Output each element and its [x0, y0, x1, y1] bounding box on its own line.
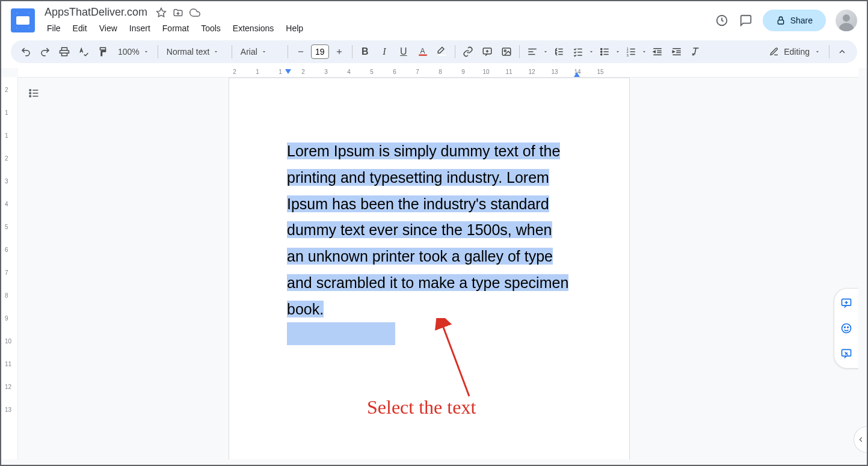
ruler-v-label: 7 — [5, 269, 8, 276]
ruler-v-label: 13 — [5, 406, 11, 413]
underline-button[interactable]: U — [395, 43, 413, 61]
ruler-v-label: 10 — [5, 338, 11, 345]
align-button[interactable] — [523, 43, 541, 61]
svg-point-3 — [843, 14, 850, 22]
insert-link-button[interactable] — [459, 43, 477, 61]
insert-image-button[interactable] — [497, 43, 516, 61]
paint-format-button[interactable] — [94, 43, 112, 61]
ruler-h-label: 15 — [597, 69, 603, 75]
ruler-v-label: 1 — [5, 109, 8, 116]
ruler-h-label: 8 — [439, 69, 442, 75]
ruler-h-label: 1 — [256, 69, 259, 75]
ruler-v-label: 5 — [5, 224, 8, 230]
share-button[interactable]: Share — [763, 10, 826, 31]
history-icon[interactable] — [715, 13, 729, 28]
svg-point-48 — [29, 93, 31, 94]
svg-text:A: A — [420, 47, 425, 55]
ruler-v-label: 3 — [5, 178, 8, 185]
ruler-h-label: 10 — [482, 69, 489, 75]
svg-point-59 — [848, 327, 849, 328]
svg-rect-6 — [62, 53, 67, 56]
font-size-decrease[interactable] — [292, 43, 310, 61]
svg-point-58 — [845, 327, 846, 328]
selected-paragraph[interactable]: Lorem Ipsum is simply dummy text of the … — [287, 143, 568, 317]
svg-rect-11 — [419, 55, 427, 56]
chevron-down-icon[interactable] — [615, 49, 621, 55]
font-size-input[interactable] — [311, 44, 329, 59]
bulleted-list-button[interactable] — [596, 43, 614, 61]
redo-button[interactable] — [36, 43, 54, 61]
editing-mode-label: Editing — [784, 47, 810, 57]
checklist-button[interactable] — [569, 43, 587, 61]
font-select[interactable]: Arial — [236, 44, 284, 59]
collapse-toolbar-button[interactable] — [833, 43, 851, 61]
document-title[interactable]: AppsThatDeliver.com — [42, 5, 150, 20]
menu-help[interactable]: Help — [281, 21, 308, 35]
separator — [829, 45, 830, 58]
menu-edit[interactable]: Edit — [68, 21, 92, 35]
editing-mode-button[interactable]: Editing — [765, 44, 825, 59]
star-icon[interactable] — [156, 7, 167, 18]
account-avatar[interactable] — [836, 10, 857, 31]
chevron-down-icon[interactable] — [588, 49, 594, 55]
svg-point-4 — [839, 23, 854, 31]
indent-marker-icon[interactable] — [285, 69, 291, 74]
indent-decrease-button[interactable] — [648, 43, 666, 61]
docs-app-icon[interactable] — [11, 8, 35, 32]
ruler-v-label: 1 — [5, 132, 8, 139]
svg-marker-0 — [157, 8, 166, 16]
ruler-v-label: 11 — [5, 361, 11, 367]
paragraph-style-select[interactable]: Normal text — [162, 44, 228, 59]
ruler-h-label: 13 — [551, 69, 558, 75]
font-size-increase[interactable] — [330, 43, 348, 61]
add-emoji-side-button[interactable] — [838, 320, 855, 337]
separator — [519, 45, 520, 58]
svg-text:3: 3 — [626, 54, 629, 57]
highlight-color-button[interactable] — [433, 43, 451, 61]
numbered-list-button[interactable]: 123 — [622, 43, 640, 61]
print-button[interactable] — [55, 43, 73, 61]
menu-insert[interactable]: Insert — [125, 21, 155, 35]
bold-button[interactable]: B — [356, 43, 374, 61]
document-page[interactable]: Lorem Ipsum is simply dummy text of the … — [229, 78, 630, 459]
right-margin-marker-icon[interactable] — [574, 72, 580, 77]
text-color-button[interactable]: A — [414, 43, 432, 61]
cloud-status-icon[interactable] — [189, 7, 200, 18]
line-spacing-button[interactable] — [550, 43, 568, 61]
add-comment-side-button[interactable] — [838, 295, 855, 311]
ruler-v-label: 8 — [5, 292, 8, 299]
suggest-edit-side-button[interactable] — [838, 345, 855, 362]
ruler-v-label: 9 — [5, 315, 8, 322]
menu-format[interactable]: Format — [158, 21, 194, 35]
undo-button[interactable] — [17, 43, 35, 61]
svg-rect-2 — [778, 20, 783, 24]
italic-button[interactable]: I — [375, 43, 393, 61]
toolbar: 100% Normal text Arial B I U A — [11, 40, 857, 63]
svg-point-27 — [600, 48, 602, 49]
document-body[interactable]: Lorem Ipsum is simply dummy text of the … — [229, 78, 629, 373]
ruler-h-label: 1 — [279, 69, 282, 75]
chevron-down-icon[interactable] — [543, 49, 549, 55]
ruler-v-label: 2 — [5, 87, 8, 93]
spellcheck-button[interactable] — [75, 43, 93, 61]
move-icon[interactable] — [173, 7, 183, 18]
chevron-down-icon — [814, 49, 820, 55]
menu-view[interactable]: View — [94, 21, 122, 35]
indent-increase-button[interactable] — [668, 43, 686, 61]
document-outline-button[interactable] — [28, 87, 40, 99]
selection-side-tools — [834, 288, 858, 369]
chevron-down-icon[interactable] — [641, 49, 647, 55]
selection-trailing — [287, 322, 395, 345]
comments-icon[interactable] — [739, 13, 753, 28]
zoom-select[interactable]: 100% — [113, 44, 154, 59]
chevron-down-icon — [213, 49, 219, 55]
menu-extensions[interactable]: Extensions — [228, 21, 279, 35]
separator — [232, 45, 232, 58]
add-comment-button[interactable] — [478, 43, 496, 61]
menu-file[interactable]: File — [42, 21, 66, 35]
ruler-h-label: 4 — [347, 69, 351, 75]
clear-formatting-button[interactable] — [687, 43, 705, 61]
menu-tools[interactable]: Tools — [196, 21, 226, 35]
share-label: Share — [790, 16, 813, 25]
ruler-v-label: 6 — [5, 247, 8, 253]
